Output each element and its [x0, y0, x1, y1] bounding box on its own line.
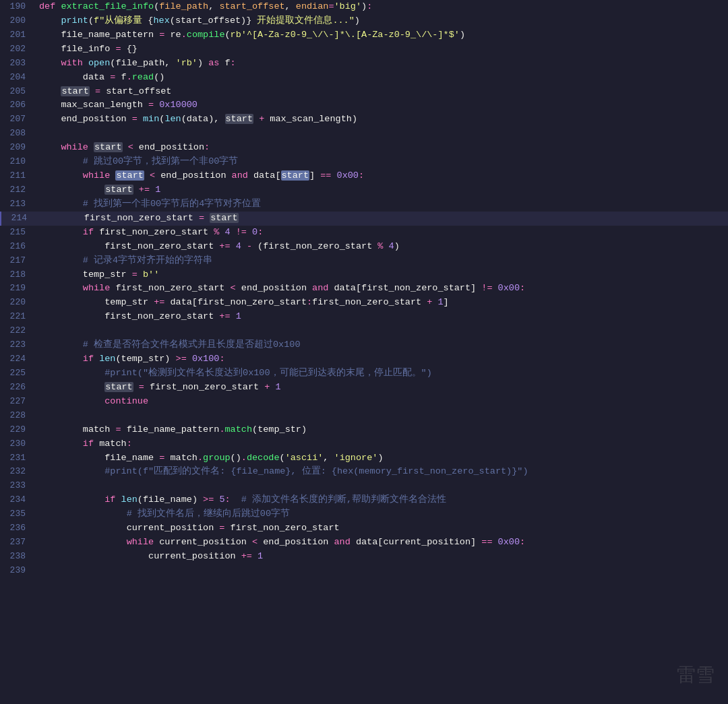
line-content: file_info = {}: [34, 42, 728, 57]
line-content: [34, 324, 728, 338]
line-number: 203: [0, 57, 34, 70]
line-content: # 记录4字节对齐开始的字符串: [34, 254, 728, 268]
line-row: 208: [0, 127, 728, 141]
line-content: first_non_zero_start += 1: [34, 310, 728, 324]
line-content: current_position = first_non_zero_start: [34, 521, 728, 536]
line-row: 216 first_non_zero_start += 4 - (first_n…: [0, 240, 728, 254]
line-row: 239: [0, 564, 728, 578]
line-number: 228: [0, 409, 34, 422]
line-row: 217 # 记录4字节对齐开始的字符串: [0, 254, 728, 268]
line-content: while current_position < end_position an…: [34, 536, 728, 550]
line-row: 228: [0, 409, 728, 423]
line-content: first_non_zero_start += 4 - (first_non_z…: [34, 240, 728, 254]
line-number: 231: [0, 451, 34, 465]
line-content: [34, 564, 728, 578]
line-number: 232: [0, 465, 34, 478]
line-content: while start < end_position and data[star…: [34, 169, 728, 183]
line-number: 219: [0, 282, 34, 295]
line-content: data = f.read(): [34, 71, 728, 85]
line-number: 218: [0, 268, 34, 282]
line-row: 218 temp_str = b'': [0, 268, 728, 282]
line-number: 201: [0, 28, 34, 42]
line-row: 210 # 跳过00字节，找到第一个非00字节: [0, 155, 728, 169]
line-content: temp_str = b'': [34, 268, 728, 282]
line-number: 230: [0, 437, 34, 451]
line-number: 226: [0, 381, 34, 394]
line-number: 200: [0, 14, 34, 28]
line-number: 233: [0, 479, 34, 492]
line-number: 204: [0, 71, 34, 84]
line-row: 223 # 检查是否符合文件名模式并且长度是否超过0x100: [0, 338, 728, 352]
line-row: 220 temp_str += data[first_non_zero_star…: [0, 296, 728, 310]
line-row: 232 #print(f"匹配到的文件名: {file_name}, 位置: {…: [0, 465, 728, 479]
line-number: 223: [0, 338, 34, 352]
line-number: 221: [0, 310, 34, 323]
line-content: current_position += 1: [34, 550, 728, 564]
line-content: start = start_offset: [34, 85, 728, 99]
line-number: 210: [0, 155, 34, 168]
line-row: 234 if len(file_name) >= 5: # 添加文件名长度的判断…: [0, 493, 728, 507]
line-content: # 跳过00字节，找到第一个非00字节: [34, 155, 728, 169]
line-number: 209: [0, 141, 34, 154]
line-row: 237 while current_position < end_positio…: [0, 536, 728, 550]
line-row: 222: [0, 324, 728, 338]
line-content: match = file_name_pattern.match(temp_str…: [34, 423, 728, 437]
code-editor: 190 def extract_file_info(file_path, sta…: [0, 0, 728, 704]
line-row: 238 current_position += 1: [0, 550, 728, 564]
line-number: 214: [1, 212, 35, 225]
line-content: if len(temp_str) >= 0x100:: [34, 352, 728, 366]
line-content: file_name = match.group().decode('ascii'…: [34, 451, 728, 466]
line-row: 231 file_name = match.group().decode('as…: [0, 451, 728, 466]
line-number: 236: [0, 521, 34, 535]
line-row: 203 with open(file_path, 'rb') as f:: [0, 57, 728, 71]
line-content: with open(file_path, 'rb') as f:: [34, 57, 728, 71]
line-number: 234: [0, 493, 34, 507]
line-content: print(f"从偏移量 {hex(start_offset)} 开始提取文件信…: [34, 14, 728, 28]
line-row: 233: [0, 479, 728, 493]
line-content: #print(f"匹配到的文件名: {file_name}, 位置: {hex(…: [34, 465, 728, 479]
line-row: 205 start = start_offset: [0, 85, 728, 99]
line-number: 216: [0, 240, 34, 253]
line-number: 205: [0, 85, 34, 98]
line-content: end_position = min(len(data), start + ma…: [34, 113, 728, 127]
line-content: # 找到第一个非00字节后的4字节对齐位置: [34, 197, 728, 212]
line-content: [34, 409, 728, 423]
line-row: 227 continue: [0, 395, 728, 409]
line-number: 217: [0, 254, 34, 267]
line-number: 215: [0, 226, 34, 239]
line-number: 208: [0, 127, 34, 140]
line-row: 204 data = f.read(): [0, 71, 728, 85]
line-content: [34, 479, 728, 493]
line-content: while start < end_position:: [34, 141, 728, 155]
line-row: 230 if match:: [0, 437, 728, 451]
line-row: 201 file_name_pattern = re.compile(rb'^[…: [0, 28, 728, 42]
line-content: first_non_zero_start = start: [35, 212, 728, 226]
line-row-active: 214 first_non_zero_start = start: [0, 212, 728, 226]
line-number: 237: [0, 536, 34, 549]
line-content: start = first_non_zero_start + 1: [34, 381, 728, 395]
line-content: if match:: [34, 437, 728, 451]
line-row: 213 # 找到第一个非00字节后的4字节对齐位置: [0, 197, 728, 212]
line-content: start += 1: [34, 183, 728, 197]
line-content: [34, 127, 728, 141]
line-number: 222: [0, 324, 34, 338]
line-row: 211 while start < end_position and data[…: [0, 169, 728, 183]
line-row: 202 file_info = {}: [0, 42, 728, 57]
line-content: if first_non_zero_start % 4 != 0:: [34, 226, 728, 240]
line-content: # 检查是否符合文件名模式并且长度是否超过0x100: [34, 338, 728, 352]
line-row: 206 max_scan_length = 0x10000: [0, 98, 728, 113]
line-number: 227: [0, 395, 34, 408]
line-number: 212: [0, 183, 34, 197]
line-content: if len(file_name) >= 5: # 添加文件名长度的判断,帮助判…: [34, 493, 728, 507]
line-number: 225: [0, 366, 34, 380]
line-number: 213: [0, 197, 34, 211]
watermark: 雷雪: [677, 662, 715, 691]
line-number: 239: [0, 564, 34, 577]
line-number: 235: [0, 507, 34, 521]
line-content: file_name_pattern = re.compile(rb'^[A-Za…: [34, 28, 728, 42]
line-number: 206: [0, 98, 34, 112]
line-number: 224: [0, 352, 34, 366]
line-content: # 找到文件名后，继续向后跳过00字节: [34, 507, 728, 521]
line-row: 212 start += 1: [0, 183, 728, 197]
line-row: 235 # 找到文件名后，继续向后跳过00字节: [0, 507, 728, 521]
